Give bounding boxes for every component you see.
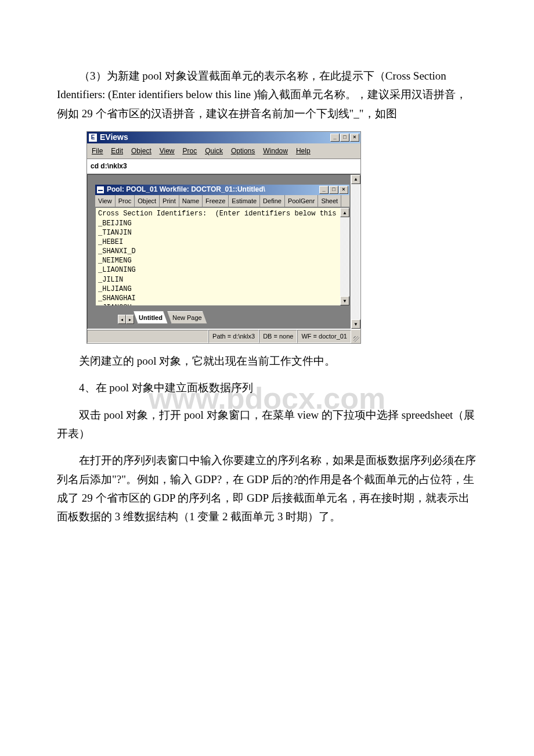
pool-toolbar: View Proc Object Print Name Freeze Estim… bbox=[95, 195, 349, 208]
tbtn-freeze[interactable]: Freeze bbox=[203, 195, 229, 207]
mdi-client-area: Pool: POOL_01 Workfile: DOCTOR_01::Untit… bbox=[87, 174, 360, 330]
tbtn-print[interactable]: Print bbox=[160, 195, 179, 207]
id-row: _TIANJIN bbox=[98, 229, 132, 237]
app-title: EViews bbox=[100, 131, 128, 145]
tbtn-name[interactable]: Name bbox=[179, 195, 203, 207]
id-row: _HEBEI bbox=[98, 238, 123, 246]
paragraph-close-pool: 关闭建立的 pool 对象，它就出现在当前工作文件中。 bbox=[57, 352, 477, 370]
tbtn-sheet[interactable]: Sheet bbox=[318, 195, 341, 207]
pool-close-button[interactable]: × bbox=[339, 186, 348, 194]
status-empty bbox=[87, 330, 208, 343]
id-row: _SHANGHAI bbox=[98, 294, 136, 303]
tab-prev-icon[interactable]: ◂ bbox=[118, 315, 126, 324]
maximize-button[interactable]: □ bbox=[340, 134, 349, 142]
tbtn-poolgenr[interactable]: PoolGenr bbox=[285, 195, 318, 207]
identifiers-editor[interactable]: Cross Section Identifiers: (Enter identi… bbox=[95, 207, 340, 306]
statusbar: Path = d:\nklx3 DB = none WF = doctor_01 bbox=[87, 329, 360, 343]
tab-new-page[interactable]: New Page bbox=[167, 311, 207, 325]
scroll-down-icon[interactable]: ▼ bbox=[340, 296, 349, 305]
close-button[interactable]: × bbox=[350, 134, 359, 142]
tab-untitled[interactable]: Untitled bbox=[134, 311, 168, 325]
scroll-up-icon[interactable]: ▲ bbox=[351, 175, 360, 184]
tbtn-define[interactable]: Define bbox=[260, 195, 285, 207]
paragraph-3-intro: （3）为新建 pool 对象设置截面单元的表示名称，在此提示下（Cross Se… bbox=[57, 67, 477, 123]
pool-icon bbox=[96, 186, 104, 194]
status-path: Path = d:\nklx3 bbox=[208, 330, 259, 343]
eviews-app-icon: E bbox=[88, 133, 98, 142]
status-db: DB = none bbox=[259, 330, 297, 343]
heading-step-4: 4、在 pool 对象中建立面板数据序列 bbox=[57, 379, 477, 397]
tbtn-object[interactable]: Object bbox=[135, 195, 160, 207]
id-row: _JILIN bbox=[98, 276, 123, 284]
menu-edit[interactable]: Edit bbox=[111, 145, 123, 157]
id-row: _LIAONING bbox=[98, 266, 136, 274]
scroll-down-icon[interactable]: ▼ bbox=[351, 319, 360, 329]
paragraph-series-input: 在打开的序列列表窗口中输入你要建立的序列名称，如果是面板数据序列必须在序列名后添… bbox=[57, 451, 477, 526]
workfile-tabs: ◂ ▸ Untitled New Page bbox=[118, 311, 207, 325]
tbtn-view[interactable]: View bbox=[95, 195, 116, 207]
outer-titlebar: E EViews _ □ × bbox=[87, 132, 360, 143]
id-row: _NEIMENG bbox=[98, 257, 132, 265]
tbtn-estimate[interactable]: Estimate bbox=[229, 195, 260, 207]
pool-minimize-button[interactable]: _ bbox=[319, 186, 329, 194]
tbtn-proc[interactable]: Proc bbox=[116, 195, 135, 207]
menu-help[interactable]: Help bbox=[296, 145, 311, 157]
status-wf: WF = doctor_01 bbox=[297, 330, 351, 343]
pool-titlebar: Pool: POOL_01 Workfile: DOCTOR_01::Untit… bbox=[95, 185, 349, 195]
resize-grip-icon[interactable] bbox=[351, 330, 360, 343]
pool-window: Pool: POOL_01 Workfile: DOCTOR_01::Untit… bbox=[95, 184, 350, 307]
menu-view[interactable]: View bbox=[160, 145, 175, 157]
menu-options[interactable]: Options bbox=[231, 145, 255, 157]
pool-title: Pool: POOL_01 Workfile: DOCTOR_01::Untit… bbox=[107, 183, 265, 195]
menu-object[interactable]: Object bbox=[131, 145, 151, 157]
id-row: _SHANXI_D bbox=[98, 247, 136, 255]
menu-proc[interactable]: Proc bbox=[183, 145, 197, 157]
editor-scrollbar[interactable]: ▲ ▼ bbox=[340, 207, 349, 306]
eviews-screenshot: E EViews _ □ × File Edit Object View Pro… bbox=[86, 131, 361, 344]
pool-maximize-button[interactable]: □ bbox=[329, 186, 338, 194]
menu-quick[interactable]: Quick bbox=[205, 145, 223, 157]
scroll-up-icon[interactable]: ▲ bbox=[340, 208, 349, 217]
editor-hint: Cross Section Identifiers: (Enter identi… bbox=[98, 210, 340, 218]
menubar: File Edit Object View Proc Quick Options… bbox=[87, 143, 360, 159]
menu-window[interactable]: Window bbox=[263, 145, 288, 157]
minimize-button[interactable]: _ bbox=[330, 134, 340, 142]
mdi-scrollbar[interactable]: ▲ ▼ bbox=[351, 175, 360, 329]
menu-file[interactable]: File bbox=[92, 145, 103, 157]
tab-next-icon[interactable]: ▸ bbox=[126, 315, 134, 324]
id-row: _HLJIANG bbox=[98, 285, 132, 293]
command-line[interactable]: cd d:\nklx3 bbox=[87, 159, 360, 174]
id-row: _BEIJING bbox=[98, 219, 132, 228]
id-row: _JIANGSU bbox=[98, 304, 132, 306]
paragraph-open-pool: 双击 pool 对象，打开 pool 对象窗口，在菜单 view 的下拉项中选择… bbox=[57, 406, 477, 444]
